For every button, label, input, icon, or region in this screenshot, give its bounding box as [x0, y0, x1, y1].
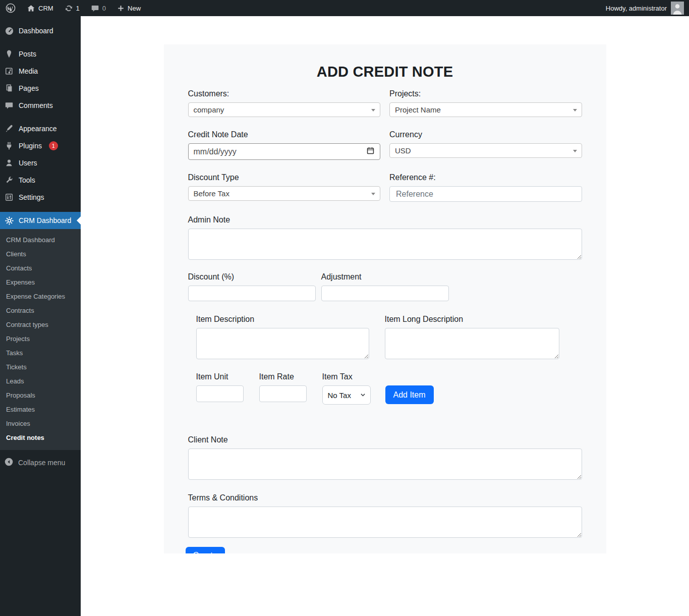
sidebar-item-label: CRM Dashboard [19, 216, 71, 225]
create-button[interactable]: Create [186, 547, 225, 553]
wrench-icon [4, 175, 14, 185]
sidebar-item-media[interactable]: Media [0, 63, 81, 80]
updates-icon [65, 4, 73, 13]
submenu-item-credit-notes[interactable]: Credit notes [0, 431, 81, 445]
item-unit-input[interactable] [196, 385, 244, 402]
sidebar-item-tools[interactable]: Tools [0, 172, 81, 189]
add-item-button[interactable]: Add Item [385, 385, 434, 404]
current-item-arrow-icon [77, 216, 81, 225]
avatar [671, 2, 684, 15]
wordpress-logo-icon [6, 3, 16, 13]
submenu-item-crm-dashboard[interactable]: CRM Dashboard [0, 233, 81, 247]
comments-button[interactable]: 0 [85, 0, 111, 16]
my-account-button[interactable]: Howdy, administrator [606, 0, 689, 16]
sidebar-item-plugins[interactable]: Plugins 1 [0, 137, 81, 154]
crm-submenu: CRM Dashboard Clients Contacts Expenses … [0, 229, 81, 450]
collapse-menu-button[interactable]: Collapse menu [0, 454, 81, 471]
date-placeholder: mm/dd/yyyy [194, 147, 367, 156]
sidebar-item-label: Comments [19, 101, 53, 109]
customers-selected-value: company [194, 105, 224, 114]
submenu-item-projects[interactable]: Projects [0, 332, 81, 346]
pin-icon [4, 49, 14, 59]
collapse-arrow-icon [4, 457, 14, 468]
pages-icon [4, 83, 14, 93]
item-tax-label: Item Tax [322, 372, 371, 381]
currency-label: Currency [389, 130, 582, 139]
sidebar-item-settings[interactable]: Settings [0, 189, 81, 206]
submenu-item-proposals[interactable]: Proposals [0, 388, 81, 403]
item-section: Item Description Item Long Description I… [196, 314, 582, 405]
item-rate-input[interactable] [259, 385, 307, 402]
sidebar-item-label: Dashboard [19, 27, 53, 35]
sidebar-item-users[interactable]: Users [0, 154, 81, 172]
item-tax-select[interactable]: No Tax [322, 385, 371, 405]
sidebar-item-label: Tools [19, 176, 35, 184]
submenu-item-expenses[interactable]: Expenses [0, 275, 81, 290]
admin-note-textarea[interactable] [188, 229, 582, 260]
terms-textarea[interactable] [188, 507, 582, 538]
dropdown-arrow-icon [573, 150, 577, 152]
wordpress-menu-button[interactable] [0, 0, 21, 16]
site-name-button[interactable]: CRM [21, 0, 59, 16]
home-icon [27, 4, 35, 13]
submenu-item-contacts[interactable]: Contacts [0, 261, 81, 275]
comment-bubble-icon [91, 4, 99, 13]
admin-note-label: Admin Note [188, 215, 582, 225]
sidebar-item-comments[interactable]: Comments [0, 97, 81, 114]
sidebar-item-pages[interactable]: Pages [0, 80, 81, 97]
comments-count: 0 [102, 5, 106, 12]
sidebar-item-label: Media [19, 67, 38, 75]
item-unit-label: Item Unit [196, 372, 244, 381]
main-content: ADD CREDIT NOTE Customers: company Proje… [81, 16, 689, 616]
admin-top-bar: CRM 1 0 New Howdy, administrator [0, 0, 689, 16]
dashboard-icon [4, 26, 14, 36]
submenu-item-invoices[interactable]: Invoices [0, 417, 81, 431]
sidebar-item-dashboard[interactable]: Dashboard [0, 22, 81, 39]
chevron-down-icon [360, 391, 366, 400]
sidebar-item-label: Posts [19, 50, 36, 58]
media-icon [4, 66, 14, 76]
user-icon [4, 158, 14, 168]
brush-icon [4, 124, 14, 134]
collapse-menu-label: Collapse menu [18, 459, 65, 467]
item-long-description-textarea[interactable] [385, 328, 559, 359]
discount-type-select[interactable]: Before Tax [188, 186, 381, 201]
updates-count: 1 [76, 5, 80, 12]
adjustment-input[interactable] [321, 286, 449, 301]
sidebar-item-crm-dashboard[interactable]: CRM Dashboard [0, 212, 81, 229]
admin-sidebar: Dashboard Posts Media Pages Comments [0, 16, 81, 616]
projects-select[interactable]: Project Name [389, 102, 582, 117]
customers-select[interactable]: company [188, 102, 381, 117]
submenu-item-tickets[interactable]: Tickets [0, 360, 81, 374]
page-title: ADD CREDIT NOTE [188, 64, 582, 80]
submenu-item-estimates[interactable]: Estimates [0, 403, 81, 417]
currency-select[interactable]: USD [389, 143, 582, 158]
credit-note-date-input[interactable]: mm/dd/yyyy [188, 143, 381, 160]
credit-note-date-label: Credit Note Date [188, 130, 381, 139]
terms-label: Terms & Conditions [188, 493, 582, 502]
plus-icon [117, 5, 125, 12]
discount-pct-input[interactable] [188, 286, 316, 301]
submenu-item-tasks[interactable]: Tasks [0, 346, 81, 360]
updates-button[interactable]: 1 [59, 0, 85, 16]
sidebar-item-posts[interactable]: Posts [0, 45, 81, 63]
submenu-item-contract-types[interactable]: Contract types [0, 318, 81, 332]
submenu-item-contracts[interactable]: Contracts [0, 304, 81, 318]
submenu-item-clients[interactable]: Clients [0, 247, 81, 261]
item-tax-selected-value: No Tax [328, 391, 351, 400]
discount-type-label: Discount Type [188, 173, 381, 182]
item-long-description-label: Item Long Description [385, 314, 559, 324]
reference-label: Reference #: [389, 173, 582, 182]
new-content-button[interactable]: New [111, 0, 146, 16]
submenu-item-leads[interactable]: Leads [0, 374, 81, 388]
item-description-textarea[interactable] [196, 328, 369, 359]
plug-icon [4, 141, 14, 151]
howdy-text: Howdy, administrator [606, 5, 667, 12]
submenu-item-expense-categories[interactable]: Expense Categories [0, 290, 81, 304]
calendar-icon [366, 146, 375, 157]
menu-separator [0, 39, 81, 45]
item-rate-label: Item Rate [259, 372, 307, 381]
client-note-textarea[interactable] [188, 449, 582, 480]
reference-input[interactable] [389, 186, 582, 202]
sidebar-item-appearance[interactable]: Appearance [0, 120, 81, 137]
